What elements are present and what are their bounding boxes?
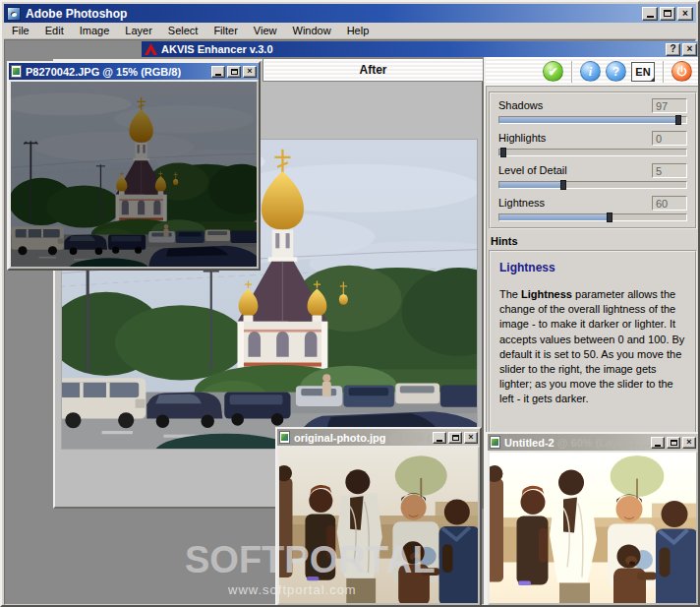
kids-photo-original [279,448,478,603]
close-button[interactable]: × [677,7,693,21]
lightness-control: Lightness 60 [498,195,687,221]
lightness-value-field[interactable]: 60 [652,196,687,211]
maximize-button[interactable] [660,7,675,21]
menubar: File Edit Image Layer Select Filter View… [4,23,696,39]
level-of-detail-label: Level of Detail [498,164,567,176]
menu-image[interactable]: Image [72,23,118,38]
document-icon [490,436,500,449]
photoshop-window: Adobe Photoshop × File Edit Image Layer … [0,0,700,607]
before-image-window: P8270042.JPG @ 15% (RGB/8) × [7,61,261,271]
lightness-label: Lightness [498,197,545,209]
untitled-window-title: Untitled-2 [504,437,554,449]
language-button[interactable]: EN [631,62,655,82]
app-titlebar[interactable]: Adobe Photoshop × [4,4,696,23]
hint-text: The Lightness parameter allows the chang… [499,287,686,406]
slider-thumb[interactable] [607,212,612,222]
info-button[interactable]: i [580,61,601,82]
shadows-label: Shadows [498,99,543,111]
toolbar-separator [571,61,572,83]
checkmark-icon: ✔ [548,66,557,78]
highlights-slider[interactable] [498,149,687,156]
slider-thumb[interactable] [675,115,681,125]
exit-button[interactable] [671,61,692,82]
minimize-button[interactable] [433,432,446,444]
minimize-button[interactable] [642,7,658,21]
menu-view[interactable]: View [246,23,285,38]
kids-photo-enhanced [490,453,696,603]
church-photo-before [11,82,257,267]
menu-layer[interactable]: Layer [117,23,160,38]
highlights-value-field[interactable]: 0 [652,131,687,146]
maximize-button[interactable] [667,437,680,449]
shadows-control: Shadows 97 [498,97,687,124]
highlights-label: Highlights [498,132,546,144]
close-icon: × [468,433,473,442]
close-button[interactable]: × [243,66,257,78]
maximize-button[interactable] [227,66,241,78]
before-window-title: P8270042.JPG @ 15% (RGB/8) [26,66,181,78]
app-title: Adobe Photoshop [26,7,127,21]
info-icon: i [589,66,592,78]
akvis-help-button[interactable]: ? [666,43,680,56]
photoshop-app-icon [7,7,21,21]
level-of-detail-control: Level of Detail 5 [498,162,687,189]
before-window-titlebar[interactable]: P8270042.JPG @ 15% (RGB/8) × [9,63,259,80]
help-button[interactable]: ? [606,61,626,82]
shadows-slider[interactable] [498,116,687,124]
untitled-window-title-suffix: @ 60% (Layer 1, ... [554,437,651,449]
minimize-icon [437,440,442,442]
toolbar-separator [663,61,664,83]
question-icon: ? [612,66,619,78]
lightness-slider[interactable] [498,213,687,221]
level-of-detail-value-field[interactable]: 5 [652,163,687,178]
tab-after[interactable]: After [262,58,484,82]
original-window-title-suffix: @ 60% (... [385,432,433,444]
untitled-window: Untitled-2 @ 60% (Layer 1, ... × [486,432,700,607]
close-button[interactable]: × [682,437,696,449]
akvis-dialog-titlebar[interactable]: AKVIS Enhancer v.3.0 ? × [142,41,700,57]
minimize-icon [647,16,654,18]
original-image [277,446,480,605]
close-icon: × [682,9,688,19]
menu-filter[interactable]: Filter [205,23,245,38]
minimize-button[interactable] [211,66,225,78]
shadows-value-field[interactable]: 97 [652,98,687,113]
menu-file[interactable]: File [4,23,37,38]
maximize-icon [231,69,238,75]
tab-after-label: After [359,63,386,77]
menu-edit[interactable]: Edit [37,23,72,38]
apply-button[interactable]: ✔ [543,61,563,82]
parameters-group: Shadows 97 Highlights 0 Level of Detai [489,91,697,229]
level-of-detail-slider[interactable] [498,181,687,189]
akvis-dialog-title: AKVIS Enhancer v.3.0 [161,43,273,55]
untitled-image [488,451,698,605]
minimize-button[interactable] [651,437,665,449]
language-label: EN [635,66,650,78]
power-icon [675,65,688,78]
maximize-icon [664,10,671,17]
akvis-toolbar: ✔ i ? EN [486,57,700,87]
close-button[interactable]: × [464,432,478,444]
maximize-button[interactable] [448,432,462,444]
minimize-icon [655,445,661,447]
slider-thumb[interactable] [560,180,566,190]
original-window-title: original-photo.jpg [294,432,385,444]
help-icon: ? [670,44,675,54]
minimize-icon [215,74,221,76]
original-window-titlebar[interactable]: original-photo.jpg @ 60% (... × [277,429,480,446]
akvis-logo-icon [145,43,157,56]
akvis-close-button[interactable]: × [682,43,697,56]
menu-window[interactable]: Window [285,23,339,38]
maximize-icon [452,435,459,441]
slider-thumb[interactable] [500,148,506,157]
menu-help[interactable]: Help [339,23,378,38]
document-icon [279,431,290,444]
before-image [9,80,259,269]
hints-header: Hints [491,235,695,247]
menu-select[interactable]: Select [160,23,206,38]
maximize-icon [671,440,677,446]
document-icon [11,65,22,78]
close-icon: × [686,438,691,447]
close-icon: × [247,67,252,76]
untitled-window-titlebar[interactable]: Untitled-2 @ 60% (Layer 1, ... × [488,434,698,451]
